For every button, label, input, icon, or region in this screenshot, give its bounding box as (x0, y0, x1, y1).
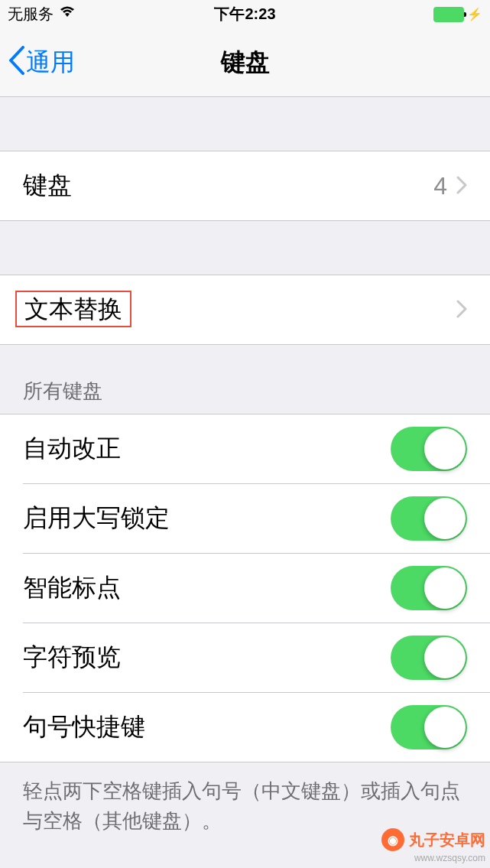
watermark-text: 丸子安卓网 (409, 830, 485, 850)
carrier-label: 无服务 (8, 4, 54, 24)
toggle-auto-correction: 自动改正 (0, 414, 490, 483)
toggle-label: 启用大写锁定 (23, 502, 391, 535)
toggle-label: 句号快捷键 (23, 710, 391, 744)
cell-label: 文本替换 (24, 295, 122, 323)
highlight-box: 文本替换 (15, 291, 131, 327)
wifi-icon (60, 6, 75, 22)
switch-caps-lock[interactable] (391, 496, 467, 541)
toggle-character-preview: 字符预览 (0, 623, 490, 692)
toggle-caps-lock: 启用大写锁定 (0, 484, 490, 553)
cell-detail: 4 (433, 172, 447, 200)
page-title: 键盘 (221, 46, 270, 80)
switch-period-shortcut[interactable] (391, 705, 467, 749)
chevron-right-icon (456, 296, 467, 324)
battery-icon (433, 7, 464, 22)
watermark: ◉ 丸子安卓网 www.wzsqsy.com (381, 828, 485, 863)
toggle-label: 智能标点 (23, 571, 391, 605)
keyboards-cell[interactable]: 键盘 4 (0, 151, 490, 220)
switch-character-preview[interactable] (391, 636, 467, 680)
status-bar: 无服务 下午2:23 ⚡ (0, 0, 490, 28)
text-replacement-cell[interactable]: 文本替换 (0, 275, 490, 344)
toggle-period-shortcut: 句号快捷键 (0, 693, 490, 762)
chevron-right-icon (456, 172, 467, 200)
toggle-smart-punctuation: 智能标点 (0, 554, 490, 623)
cell-label: 键盘 (23, 169, 433, 203)
section-header: 所有键盘 (0, 378, 125, 414)
back-label: 通用 (26, 46, 75, 80)
watermark-icon: ◉ (381, 828, 404, 851)
toggle-group: 自动改正 启用大写锁定 智能标点 字符预览 句号快捷键 (0, 414, 490, 762)
chevron-left-icon (8, 46, 24, 80)
toggle-label: 自动改正 (23, 432, 391, 466)
switch-smart-punctuation[interactable] (391, 566, 467, 610)
status-time: 下午2:23 (214, 4, 275, 24)
charging-icon: ⚡ (467, 7, 482, 21)
back-button[interactable]: 通用 (8, 46, 75, 80)
watermark-url: www.wzsqsy.com (381, 853, 485, 863)
switch-auto-correction[interactable] (391, 427, 467, 471)
nav-bar: 通用 键盘 (0, 28, 490, 97)
toggle-label: 字符预览 (23, 641, 391, 675)
